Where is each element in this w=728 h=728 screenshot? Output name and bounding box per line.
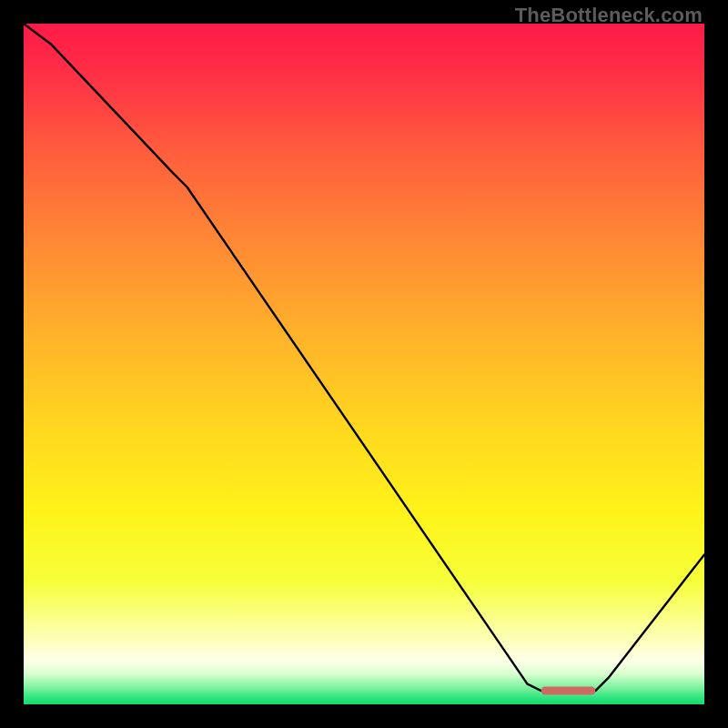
bottleneck-chart [24, 24, 704, 704]
chart-frame [24, 24, 704, 704]
gradient-background [24, 24, 704, 704]
optimal-range-marker [541, 687, 595, 695]
